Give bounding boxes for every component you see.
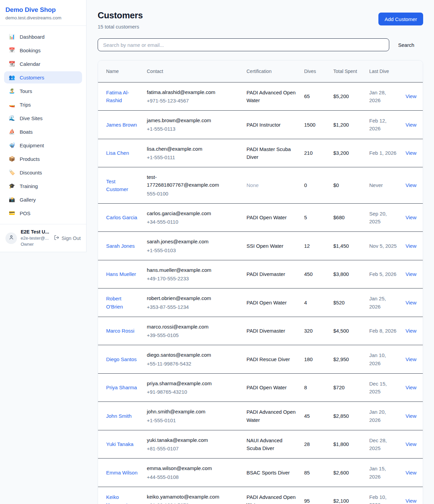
view-customer-link[interactable]: View [406, 243, 416, 249]
customer-last-dive: Sep 20, 2025 [365, 203, 401, 232]
customer-email: keiko.yamamoto@example.com [147, 493, 223, 501]
customer-name-link[interactable]: Lisa Chen [106, 150, 129, 156]
customer-row: Priya Sharma priya.sharma@example.com +9… [98, 373, 423, 402]
sidebar-item-customers[interactable]: 👥 Customers [4, 71, 82, 83]
customer-name-link[interactable]: Fatima Al-Rashid [106, 90, 129, 103]
sidebar-item-label: Customers [20, 75, 44, 80]
customer-last-dive: Jan 25, 2026 [365, 288, 401, 317]
view-customer-link[interactable]: View [406, 385, 416, 390]
col-header-dives: Dives [300, 60, 329, 82]
add-customer-button[interactable]: Add Customer [378, 13, 423, 25]
customer-name-link[interactable]: Test Customer [106, 179, 128, 192]
customer-phone: +39-555-0105 [147, 331, 223, 339]
gallery-icon: 📸 [8, 197, 15, 203]
customer-name-link[interactable]: Carlos Garcia [106, 214, 137, 220]
customer-total-spent: $3,200 [329, 139, 365, 167]
customer-dives: 45 [300, 402, 329, 430]
sidebar-item-gallery[interactable]: 📸 Gallery [4, 193, 82, 206]
customer-row: Diego Santos diego.santos@example.com +5… [98, 345, 423, 374]
customer-name-link[interactable]: Diego Santos [106, 356, 137, 362]
sidebar-item-products[interactable]: 📦 Products [4, 153, 82, 165]
sidebar-item-label: Discounts [20, 170, 42, 175]
customer-name-link[interactable]: John Smith [106, 413, 132, 419]
training-icon: 🎓 [8, 183, 15, 189]
customer-certification: PADI Open Water [242, 373, 300, 402]
customer-email: marco.rossi@example.com [147, 323, 223, 331]
sidebar-item-calendar[interactable]: 📆 Calendar [4, 58, 82, 70]
view-customer-link[interactable]: View [406, 182, 416, 188]
customer-row: Hans Mueller hans.mueller@example.com +4… [98, 260, 423, 288]
view-customer-link[interactable]: View [406, 413, 416, 419]
customer-certification: BSAC Sports Diver [242, 459, 300, 487]
customer-name-link[interactable]: Robert O'Brien [106, 296, 123, 309]
customer-certification: None [242, 167, 300, 204]
customer-certification: NAUI Advanced Scuba Diver [242, 430, 300, 459]
sign-out-label: Sign Out [62, 236, 81, 241]
customer-total-spent: $2,950 [329, 345, 365, 374]
view-customer-link[interactable]: View [406, 122, 416, 128]
sidebar-item-dashboard[interactable]: 📊 Dashboard [4, 31, 82, 43]
customer-last-dive: Never [365, 167, 401, 204]
view-customer-link[interactable]: View [406, 150, 416, 156]
view-customer-link[interactable]: View [406, 498, 416, 504]
customer-certification: PADI Divemaster [242, 260, 300, 288]
col-header-certification: Certification [242, 60, 300, 82]
customer-name-link[interactable]: Priya Sharma [106, 385, 137, 390]
view-customer-link[interactable]: View [406, 214, 416, 220]
customer-row: James Brown james.brown@example.com +1-5… [98, 111, 423, 139]
sidebar: Demo Dive Shop demo.test.divestreams.com… [0, 0, 86, 252]
customer-phone: +81-90-1234-5678 [147, 501, 223, 504]
view-customer-link[interactable]: View [406, 300, 416, 305]
customer-last-dive: Jan 20, 2026 [365, 402, 401, 430]
view-customer-link[interactable]: View [406, 93, 416, 99]
search-input[interactable] [98, 38, 389, 51]
customer-name-link[interactable]: Keiko Yamamoto [106, 494, 130, 504]
dashboard-icon: 📊 [8, 34, 15, 40]
customer-dives: 5 [300, 203, 329, 232]
sidebar-item-label: Bookings [20, 48, 41, 53]
customer-row: Marco Rossi marco.rossi@example.com +39-… [98, 317, 423, 345]
sidebar-item-tours[interactable]: 🏝️ Tours [4, 85, 82, 97]
sidebar-item-trips[interactable]: 🚤 Trips [4, 98, 82, 111]
customer-name-link[interactable]: Emma Wilson [106, 470, 138, 475]
customer-count: 15 total customers [98, 24, 143, 30]
sidebar-item-boats[interactable]: ⛵ Boats [4, 126, 82, 138]
view-customer-link[interactable]: View [406, 356, 416, 362]
view-customer-link[interactable]: View [406, 328, 416, 334]
user-role: Owner [21, 241, 50, 247]
sidebar-item-discounts[interactable]: 🏷️ Discounts [4, 166, 82, 179]
customer-row: Test Customer test-1772681807767@example… [98, 167, 423, 204]
user-name: E2E Test U... [21, 229, 50, 235]
customer-name-link[interactable]: Sarah Jones [106, 243, 135, 249]
sidebar-item-equipment[interactable]: 🤿 Equipment [4, 139, 82, 151]
customer-email: emma.wilson@example.com [147, 464, 223, 472]
sidebar-nav: 📊 Dashboard 📅 Bookings 📆 Calendar 👥 Cust… [0, 26, 86, 224]
customer-phone: +49-170-555-2233 [147, 275, 223, 282]
shop-title[interactable]: Demo Dive Shop [5, 6, 81, 14]
view-customer-link[interactable]: View [406, 271, 416, 277]
customer-name-link[interactable]: Yuki Tanaka [106, 441, 134, 447]
customer-name-link[interactable]: James Brown [106, 122, 137, 128]
customer-dives: 4 [300, 288, 329, 317]
customer-row: Robert O'Brien robert.obrien@example.com… [98, 288, 423, 317]
customer-phone: +91-98765-43210 [147, 388, 223, 396]
customer-phone: +1-555-0103 [147, 246, 223, 254]
sidebar-item-pos[interactable]: 💳 POS [4, 207, 82, 219]
view-customer-link[interactable]: View [406, 441, 416, 447]
sidebar-item-dive-sites[interactable]: 🌊 Dive Sites [4, 112, 82, 124]
customer-last-dive: Feb 5, 2026 [365, 260, 401, 288]
col-header-contact: Contact [143, 60, 242, 82]
customer-phone: +971-55-123-4567 [147, 97, 223, 105]
customer-row: John Smith john.smith@example.com +1-555… [98, 402, 423, 430]
tours-icon: 🏝️ [8, 88, 15, 94]
search-button[interactable]: Search [389, 42, 423, 48]
customer-name-link[interactable]: Hans Mueller [106, 271, 136, 277]
sidebar-item-bookings[interactable]: 📅 Bookings [4, 44, 82, 56]
customer-phone: +1-555-0111 [147, 153, 223, 161]
sign-out-button[interactable]: Sign Out [54, 235, 81, 241]
customers-table-card: Name Contact Certification Dives Total S… [98, 60, 423, 504]
sidebar-item-training[interactable]: 🎓 Training [4, 180, 82, 192]
customer-last-dive: Feb 8, 2026 [365, 317, 401, 345]
view-customer-link[interactable]: View [406, 470, 416, 475]
customer-name-link[interactable]: Marco Rossi [106, 328, 134, 334]
